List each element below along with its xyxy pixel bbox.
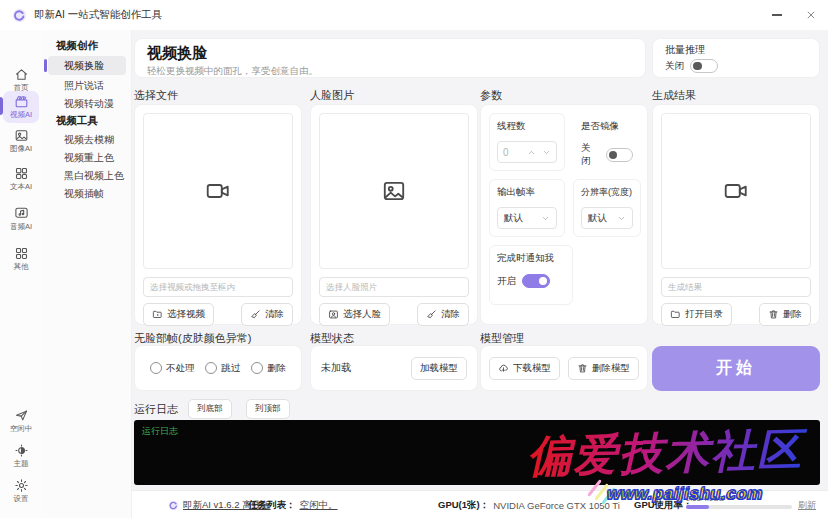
rail-label: 空闲中	[10, 424, 33, 434]
section-label-result: 生成结果	[652, 88, 696, 103]
broom-icon	[426, 309, 437, 320]
face-image-card: 选择人脸 清除	[310, 104, 478, 325]
video-dropzone[interactable]	[143, 113, 293, 269]
rail-item-settings[interactable]: 设置	[3, 475, 39, 507]
load-model-label: 加载模型	[420, 362, 458, 375]
radio-no-process[interactable]: 不处理	[150, 362, 195, 375]
run-log-label: 运行日志	[134, 402, 178, 417]
load-model-button[interactable]: 加载模型	[411, 357, 467, 380]
radio-icon	[251, 362, 263, 374]
select-video-label: 选择视频	[167, 308, 205, 321]
fps-value: 默认	[504, 212, 523, 225]
gear-icon	[14, 478, 29, 493]
clear-face-button[interactable]: 清除	[417, 303, 469, 326]
video-camera-icon	[723, 178, 749, 204]
rail-item-audio-ai[interactable]: 音频AI	[3, 203, 39, 235]
rail-item-idle-status[interactable]: 空闲中	[3, 405, 39, 437]
log-to-bottom-button[interactable]: 到底部	[188, 399, 232, 419]
threads-value: 0	[503, 147, 521, 158]
primary-nav-rail: 首页 视频AI 图像AI 文本AI 音频AI 其他 空闲中 主题	[0, 30, 42, 518]
threads-param-box: 线程数 0	[489, 113, 565, 171]
resolution-label: 分辨率(宽度)	[581, 186, 633, 199]
threads-stepper[interactable]: 0	[497, 141, 557, 163]
section-label-faceless: 无脸部帧(皮肤颜色异常)	[134, 331, 251, 346]
blocks-grid-icon	[14, 166, 29, 181]
rail-item-theme[interactable]: 主题	[3, 440, 39, 472]
task-list-label: 任务列表：	[248, 499, 296, 512]
window-titlebar: 即新AI 一站式智能创作工具	[0, 0, 828, 30]
chevron-down-icon	[617, 214, 626, 223]
toggle-knob	[609, 151, 618, 160]
params-card: 线程数 0 是否镜像 关闭 输出帧率 默认 分辨率(宽度) 默认	[480, 104, 648, 325]
toggle-knob	[693, 62, 702, 71]
close-button[interactable]	[794, 0, 828, 30]
sidebar-item-frame-interp[interactable]: 视频插帧	[48, 184, 126, 203]
rail-item-text-ai[interactable]: 文本AI	[3, 163, 39, 195]
batch-inference-label: 批量推理	[665, 43, 807, 57]
rail-item-video-ai[interactable]: 视频AI	[3, 91, 39, 123]
clear-face-label: 清除	[441, 308, 460, 321]
delete-model-button[interactable]: 删除模型	[568, 357, 639, 380]
gpu-name: NVIDIA GeForce GTX 1050 Ti	[493, 500, 620, 511]
result-path-input[interactable]	[661, 277, 811, 297]
minimize-button[interactable]	[760, 0, 794, 30]
radio-delete[interactable]: 删除	[251, 362, 286, 375]
page-subtitle: 轻松更换视频中的面孔，享受创意自由。	[147, 65, 633, 78]
sidebar-item-bw-colorize[interactable]: 黑白视频上色	[48, 166, 126, 185]
delete-result-button[interactable]: 删除	[759, 303, 811, 326]
radio-skip[interactable]: 跳过	[205, 362, 240, 375]
log-console-text: 运行日志	[142, 425, 178, 438]
download-model-button[interactable]: 下载模型	[489, 357, 560, 380]
batch-toggle-state: 关闭	[665, 60, 684, 73]
video-camera-icon	[205, 178, 231, 204]
clear-video-label: 清除	[265, 308, 284, 321]
rail-label: 音频AI	[10, 222, 32, 232]
sidebar-group-video-tools: 视频工具	[56, 114, 98, 128]
log-to-top-button[interactable]: 到顶部	[246, 399, 290, 419]
task-list-value[interactable]: 空闲中。	[300, 499, 338, 512]
face-path-input[interactable]	[319, 277, 469, 297]
notify-toggle[interactable]	[522, 274, 550, 288]
select-face-label: 选择人脸	[343, 308, 381, 321]
status-bar: 即新AI v1.6.2 离线版 任务列表： 空闲中。 GPU(1张)： NVID…	[132, 490, 828, 518]
mirror-toggle[interactable]	[606, 148, 633, 162]
model-status-text: 未加载	[321, 361, 351, 375]
apps-grid-icon	[14, 246, 29, 261]
sidebar-item-deblur[interactable]: 视频去模糊	[48, 130, 126, 149]
refresh-link[interactable]: 刷新	[798, 491, 816, 518]
sidebar-item-recolor[interactable]: 视频重上色	[48, 148, 126, 167]
section-label-model-status: 模型状态	[310, 331, 354, 346]
clear-video-button[interactable]: 清除	[241, 303, 293, 326]
rail-item-image-ai[interactable]: 图像AI	[3, 125, 39, 157]
start-button[interactable]: 开始	[652, 346, 820, 391]
chevron-up-icon[interactable]	[527, 148, 536, 157]
folder-icon	[670, 309, 681, 320]
gpu-label: GPU(1张)：	[438, 499, 489, 512]
resolution-dropdown[interactable]: 默认	[581, 207, 633, 229]
chevron-down-icon[interactable]	[542, 148, 551, 157]
music-note-icon	[14, 206, 29, 221]
brightness-icon	[14, 443, 29, 458]
rail-item-other[interactable]: 其他	[3, 243, 39, 275]
batch-inference-toggle[interactable]	[690, 59, 718, 73]
page-title: 视频换脸	[147, 44, 633, 63]
sidebar-item-face-swap[interactable]: 视频换脸	[48, 56, 126, 75]
log-console[interactable]: 运行日志	[134, 420, 820, 485]
fps-dropdown[interactable]: 默认	[497, 207, 557, 229]
video-path-input[interactable]	[143, 277, 293, 297]
face-dropzone[interactable]	[319, 113, 469, 269]
broom-icon	[250, 309, 261, 320]
app-logo-icon	[168, 500, 179, 511]
section-label-file: 选择文件	[134, 88, 178, 103]
rail-label: 文本AI	[10, 182, 32, 192]
delete-result-label: 删除	[783, 308, 802, 321]
secondary-sidebar: 视频创作 视频换脸 照片说话 视频转动漫 视频工具 视频去模糊 视频重上色 黑白…	[42, 30, 132, 518]
select-face-button[interactable]: 选择人脸	[319, 303, 390, 326]
sidebar-item-video-to-anime[interactable]: 视频转动漫	[48, 94, 126, 113]
batch-inference-card: 批量推理 关闭	[652, 38, 820, 78]
open-directory-button[interactable]: 打开目录	[661, 303, 732, 326]
select-video-button[interactable]: 选择视频	[143, 303, 214, 326]
sidebar-item-photo-talk[interactable]: 照片说话	[48, 76, 126, 95]
gpu-usage: GPU使用率：	[634, 491, 693, 518]
sidebar-group-video-create: 视频创作	[56, 39, 98, 53]
